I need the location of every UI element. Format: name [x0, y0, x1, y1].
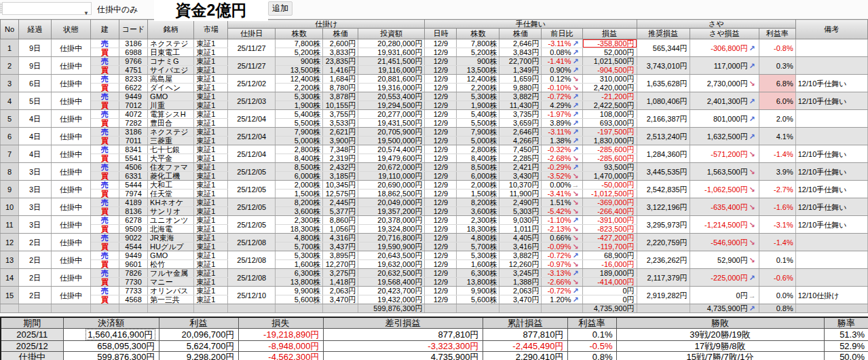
trend-down-icon: ↘: [748, 79, 757, 88]
saya-pl-value: 117,000円: [692, 62, 748, 70]
summary-cumulative-pl: -2,445,490円: [483, 341, 567, 352]
row-number: 15: [1, 287, 19, 304]
prev-day-change-value: -3.41%: [544, 190, 571, 198]
buy-side-label: 買: [91, 101, 119, 110]
status: 仕掛中: [52, 75, 91, 92]
saya-pl-value: -546,900円: [692, 238, 748, 247]
stock-code: 4568: [119, 295, 148, 304]
stock-code: 7826: [119, 269, 148, 278]
trend-up-icon: ↗: [748, 132, 757, 141]
buy-side-label: 買: [91, 207, 119, 216]
entry-date: 25/12/03: [228, 92, 276, 110]
sell-side-label: 売: [91, 145, 119, 154]
stock-name: 日東電工: [148, 48, 194, 57]
saya-pl-value: 2,730,000円: [692, 79, 748, 88]
remark: [795, 234, 867, 251]
position-row[interactable]: 132日仕掛中売9449GMO東証125/12/085,300株3,895円20…: [1, 251, 868, 260]
exit-qty: 6,300株: [457, 269, 499, 278]
trend-up-icon: ↗: [571, 128, 580, 136]
investment-amount: 19,357,200円: [358, 207, 425, 216]
position-row[interactable]: 122日仕掛中売9022JR東海東証125/12/084,800株4,316円2…: [1, 234, 868, 242]
col-header-side: 建: [91, 20, 119, 39]
exit-qty: 1,500株: [457, 190, 499, 198]
entry-qty: 13,800株: [276, 278, 323, 287]
summary-settlement: 599,876,300円: [63, 352, 159, 360]
sell-side-label: 売: [91, 128, 119, 137]
totals-empty: [19, 304, 52, 313]
totals-empty: [228, 304, 276, 313]
leg-pl: -358,800円: [582, 39, 637, 48]
exit-qty: 2,200株: [457, 84, 499, 92]
profit-rate: 0.3%: [759, 57, 795, 75]
stock-code: 6278: [119, 216, 148, 225]
recommended-pl: 565,344円: [637, 39, 690, 57]
position-row[interactable]: 103日仕掛中売4189KHネオケ東証125/12/058,200株2,445円…: [1, 198, 868, 207]
toolbar: ▼ 仕掛中のみ 追加 資金2億円: [0, 0, 868, 19]
position-row[interactable]: 152日仕掛中売7733オリンパス東証125/12/109,900株2,063円…: [1, 287, 868, 295]
entry-qty: 8,500株: [276, 163, 323, 172]
exit-date: 12/9: [425, 190, 457, 198]
filter-combobox[interactable]: ▼: [2, 2, 92, 15]
position-row[interactable]: 19日仕掛中売3186ネクステジ東証125/11/277,800株2,600円2…: [1, 39, 868, 48]
entry-price: 8,860円: [323, 216, 358, 225]
sell-side-label: 売: [91, 92, 119, 101]
stock-code: 8341: [119, 145, 148, 154]
profit-rate: 0.0%: [759, 287, 795, 304]
summary-header-loss: 損失: [238, 317, 323, 329]
exit-price: 4,266円: [499, 137, 542, 145]
summary-row[interactable]: 仕掛中599,876,300円9,298,200円-4,562,300円4,73…: [1, 352, 868, 360]
entry-qty: 9,900株: [276, 287, 323, 295]
position-row[interactable]: 36日仕掛中売8233高島屋東証125/12/0212,400株1,684円20…: [1, 75, 868, 84]
exit-qty: 18,300株: [457, 225, 499, 234]
entry-qty: 5,000株: [276, 137, 323, 145]
summary-period: 仕掛中: [1, 352, 63, 360]
entry-price: 2,063円: [323, 287, 358, 295]
position-row[interactable]: 93日仕掛中売5444大和工東証125/12/052,000株10,345円20…: [1, 181, 868, 190]
market: 東証1: [194, 57, 228, 66]
investment-amount: 19,431,500円: [358, 119, 425, 128]
prev-day-change: -3.13%↗: [542, 269, 582, 278]
leg-pl: -823,500円: [582, 225, 637, 234]
entry-price: 3,437円: [323, 242, 358, 251]
position-row[interactable]: 142日仕掛中売7826フルヤ金属東証125/12/086,300株3,275円…: [1, 269, 868, 278]
position-row[interactable]: 113日仕掛中売6278ユニオンツ東証125/12/052,300株8,860円…: [1, 216, 868, 225]
position-row[interactable]: 74日仕掛中売8341七十七銀東証125/12/042,800株7,348円20…: [1, 145, 868, 154]
position-row[interactable]: 29日仕掛中売9766コナミG東証125/11/27900株23,835円21,…: [1, 57, 868, 66]
market: 東証1: [194, 48, 228, 57]
exit-price: 11,430円: [499, 101, 542, 110]
summary-row[interactable]: 2025/12658,095,300円5,624,700円-8,948,000円…: [1, 341, 868, 352]
stock-code: 4751: [119, 66, 148, 75]
remark: [795, 269, 867, 287]
position-row[interactable]: 64日仕掛中売3186ネクステジ東証125/12/047,900株2,621円2…: [1, 128, 868, 137]
prev-day-change-value: -0.10%: [544, 84, 571, 92]
market: 東証1: [194, 110, 228, 119]
position-row[interactable]: 83日仕掛中売4506住友ファマ東証125/12/058,500株2,432円2…: [1, 163, 868, 172]
stock-code: 7733: [119, 287, 148, 295]
exit-qty: 5,300株: [457, 251, 499, 260]
row-number: 11: [1, 216, 19, 234]
summary-row[interactable]: 2025/111,560,416,900円20,096,700円-19,218,…: [1, 329, 868, 341]
col-header-exit-date: 日時: [425, 29, 457, 39]
stock-name: 任天堂: [148, 190, 194, 198]
exit-price: 1,388円: [499, 278, 542, 287]
remark: [795, 110, 867, 128]
entry-qty: 5,400株: [276, 110, 323, 119]
summary-settlement[interactable]: 1,560,416,900円: [63, 329, 159, 341]
entry-qty: 7,800株: [276, 39, 323, 48]
entry-qty: 5,300株: [276, 92, 323, 101]
trend-up-icon: ↗: [571, 137, 580, 145]
position-row[interactable]: 45日仕掛中売9449GMO東証125/12/035,300株3,878円20,…: [1, 92, 868, 101]
col-header-status: 状態: [52, 20, 91, 39]
position-row[interactable]: 54日仕掛中売4072電算シスH東証125/12/045,400株3,755円2…: [1, 110, 868, 119]
market: 東証1: [194, 260, 228, 269]
buy-side-label: 買: [91, 119, 119, 128]
exit-date: 12/9: [425, 154, 457, 163]
add-button[interactable]: 追加: [268, 1, 293, 16]
trend-down-icon: ↘: [748, 221, 757, 229]
buy-side-label: 買: [91, 260, 119, 269]
investment-amount: 20,672,000円: [358, 163, 425, 172]
prev-day-change: -0.72%↗: [542, 251, 582, 260]
group-header-exit: 手仕舞い: [425, 20, 637, 29]
exit-price: 3,882円: [499, 251, 542, 260]
recommended-pl: 1,284,360円: [637, 145, 690, 163]
